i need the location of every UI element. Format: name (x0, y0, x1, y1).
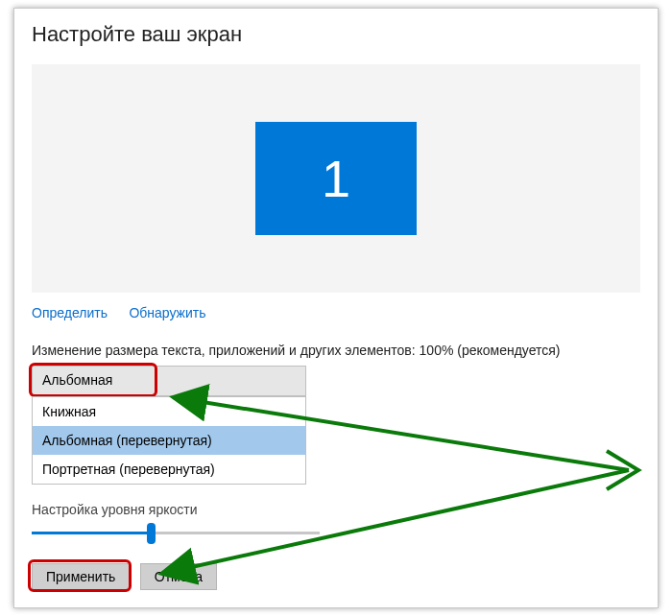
display-links: Определить Обнаружить (32, 304, 640, 321)
detect-link[interactable]: Обнаружить (129, 305, 205, 320)
settings-panel: Настройте ваш экран 1 Определить Обнаруж… (13, 8, 659, 608)
orientation-option-0[interactable]: Книжная (33, 397, 305, 426)
slider-thumb[interactable] (147, 523, 156, 544)
action-buttons: Применить Отмена (32, 563, 223, 590)
cancel-button[interactable]: Отмена (140, 563, 217, 590)
monitor-number: 1 (322, 149, 350, 208)
orientation-selected[interactable]: Альбомная (32, 366, 306, 396)
orientation-option-1[interactable]: Альбомная (перевернутая) (33, 426, 305, 455)
identify-link[interactable]: Определить (32, 305, 108, 320)
orientation-options-list: Книжная Альбомная (перевернутая) Портрет… (32, 396, 306, 485)
orientation-dropdown[interactable]: Альбомная Книжная Альбомная (перевернута… (32, 366, 306, 396)
monitor-tile-1[interactable]: 1 (255, 122, 417, 235)
display-preview-area: 1 (32, 64, 640, 293)
apply-button[interactable]: Применить (32, 563, 130, 590)
scaling-label: Изменение размера текста, приложений и д… (32, 343, 640, 358)
brightness-label: Настройка уровня яркости (32, 502, 198, 517)
highlight-apply (28, 559, 132, 592)
brightness-slider[interactable] (32, 525, 320, 542)
slider-track-fill (32, 532, 153, 534)
page-title: Настройте ваш экран (32, 22, 640, 47)
orientation-option-2[interactable]: Портретная (перевернутая) (33, 455, 305, 484)
